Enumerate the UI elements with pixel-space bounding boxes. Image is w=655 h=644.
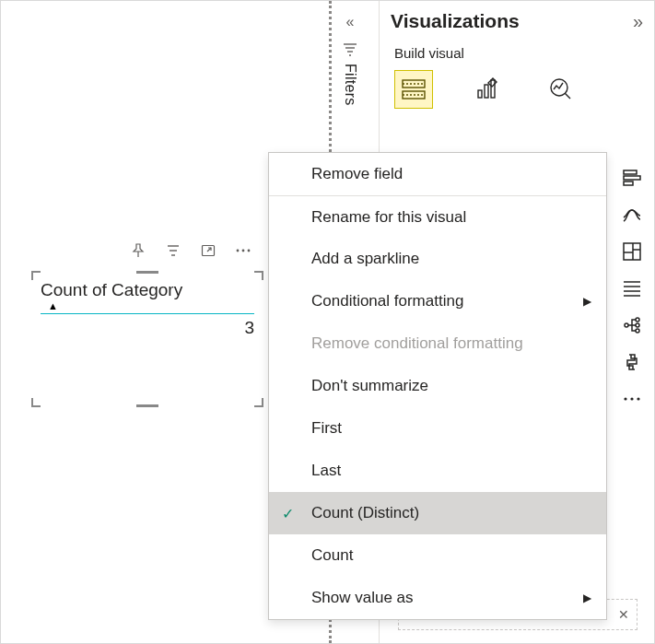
pin-icon[interactable] bbox=[130, 242, 146, 259]
svg-point-24 bbox=[636, 318, 639, 322]
viz-table-icon[interactable] bbox=[619, 275, 645, 301]
visual-selection[interactable]: Count of Category ▲ 3 bbox=[32, 272, 263, 406]
viz-decomposition-icon[interactable] bbox=[619, 312, 645, 338]
svg-point-1 bbox=[237, 250, 240, 252]
column-title: Count of Category bbox=[41, 280, 182, 299]
resize-handle-tl[interactable] bbox=[31, 271, 41, 280]
viz-treemap-icon[interactable] bbox=[619, 239, 645, 264]
menu-label: Count (Distinct) bbox=[311, 504, 419, 522]
filters-icon bbox=[343, 43, 357, 56]
svg-point-2 bbox=[242, 250, 245, 252]
svg-point-28 bbox=[630, 397, 633, 400]
filter-icon[interactable] bbox=[165, 242, 181, 259]
menu-label: Don't summarize bbox=[311, 377, 428, 395]
menu-remove-field[interactable]: Remove field bbox=[269, 153, 606, 195]
cell-value: 3 bbox=[244, 318, 254, 338]
svg-point-3 bbox=[248, 250, 251, 252]
pane-tabs bbox=[380, 70, 654, 109]
menu-show-value-as[interactable]: Show value as▶ bbox=[269, 577, 606, 619]
table-visual[interactable]: Count of Category ▲ 3 bbox=[32, 272, 263, 406]
more-options-icon[interactable] bbox=[235, 242, 251, 259]
resize-handle-br[interactable] bbox=[254, 398, 263, 407]
svg-point-25 bbox=[636, 323, 639, 327]
menu-count-distinct[interactable]: ✓Count (Distinct) bbox=[269, 492, 606, 534]
menu-label: Rename for this visual bbox=[311, 208, 466, 227]
svg-rect-15 bbox=[624, 243, 640, 260]
viz-stacked-bar-icon[interactable] bbox=[619, 165, 645, 191]
menu-dont-summarize[interactable]: Don't summarize bbox=[269, 365, 606, 407]
expand-filters-icon[interactable]: « bbox=[346, 14, 355, 30]
menu-label: Show value as bbox=[311, 589, 414, 607]
tab-analytics[interactable] bbox=[542, 70, 580, 109]
svg-rect-10 bbox=[491, 80, 495, 98]
svg-rect-12 bbox=[624, 170, 637, 174]
menu-label: Remove field bbox=[311, 165, 403, 183]
viz-more-icon[interactable] bbox=[619, 386, 645, 412]
menu-rename[interactable]: Rename for this visual bbox=[269, 195, 606, 238]
svg-rect-13 bbox=[624, 176, 640, 180]
resize-handle-bl[interactable] bbox=[31, 398, 41, 407]
sort-indicator-icon: ▲ bbox=[48, 300, 254, 311]
tab-format-visual[interactable] bbox=[468, 70, 507, 109]
filters-pane-collapsed[interactable]: « Filters bbox=[342, 14, 358, 106]
visual-type-gallery bbox=[615, 165, 649, 412]
menu-first[interactable]: First bbox=[269, 407, 606, 450]
svg-point-27 bbox=[624, 397, 626, 400]
svg-point-26 bbox=[636, 329, 639, 333]
pane-subtitle: Build visual bbox=[380, 45, 654, 70]
submenu-arrow-icon: ▶ bbox=[583, 295, 591, 308]
viz-python-icon[interactable] bbox=[619, 349, 645, 375]
tab-build-visual[interactable] bbox=[394, 70, 433, 109]
column-header[interactable]: Count of Category ▲ bbox=[41, 280, 254, 314]
visual-header-toolbar bbox=[130, 242, 251, 259]
focus-mode-icon[interactable] bbox=[200, 242, 216, 259]
remove-field-icon[interactable]: ✕ bbox=[618, 607, 629, 622]
check-icon: ✓ bbox=[282, 505, 294, 522]
svg-rect-9 bbox=[485, 85, 488, 98]
svg-rect-8 bbox=[478, 90, 482, 98]
submenu-arrow-icon: ▶ bbox=[583, 591, 591, 604]
svg-point-29 bbox=[637, 397, 639, 400]
menu-label: Last bbox=[311, 462, 341, 480]
svg-point-23 bbox=[625, 323, 628, 327]
field-context-menu: Remove field Rename for this visual Add … bbox=[268, 152, 607, 620]
menu-add-sparkline[interactable]: Add a sparkline bbox=[269, 238, 606, 280]
resize-handle-top[interactable] bbox=[136, 271, 158, 274]
resize-handle-tr[interactable] bbox=[254, 271, 263, 280]
menu-label: Conditional formatting bbox=[311, 292, 463, 310]
collapse-pane-icon[interactable]: » bbox=[633, 11, 643, 32]
resize-handle-bottom[interactable] bbox=[136, 404, 158, 407]
menu-last[interactable]: Last bbox=[269, 450, 606, 492]
menu-label: Count bbox=[311, 546, 353, 565]
menu-label: First bbox=[311, 419, 342, 438]
svg-rect-14 bbox=[624, 181, 633, 185]
menu-label: Remove conditional formatting bbox=[311, 334, 523, 353]
viz-ribbon-icon[interactable] bbox=[619, 202, 645, 228]
pane-title: Visualizations bbox=[391, 10, 633, 32]
menu-remove-conditional-formatting: Remove conditional formatting bbox=[269, 322, 606, 365]
menu-count[interactable]: Count bbox=[269, 534, 606, 577]
menu-label: Add a sparkline bbox=[311, 250, 419, 268]
filters-label: Filters bbox=[342, 64, 358, 106]
menu-conditional-formatting[interactable]: Conditional formatting▶ bbox=[269, 280, 606, 322]
